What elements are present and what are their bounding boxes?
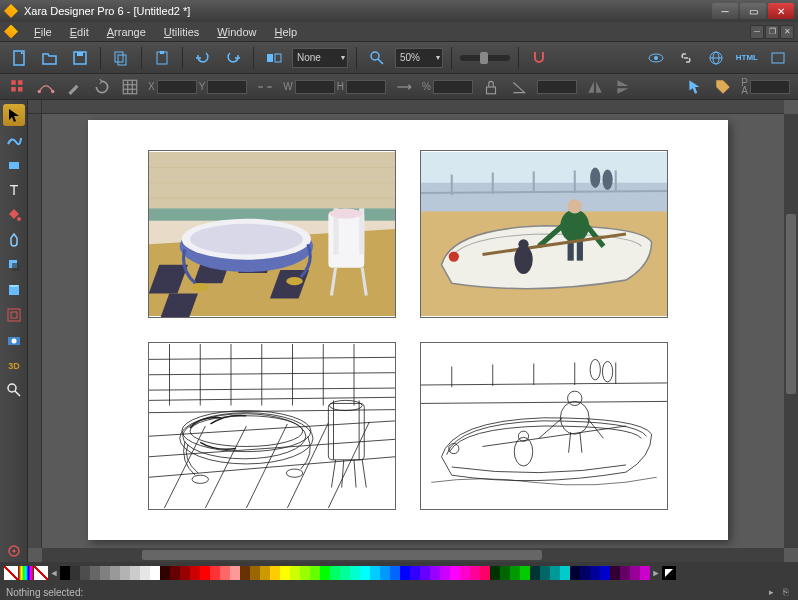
status-arrow-icon[interactable]: ▸ <box>764 586 778 598</box>
color-scroll-left[interactable]: ◄ <box>49 568 59 578</box>
save-button[interactable] <box>68 46 92 70</box>
color-swatch[interactable] <box>110 566 120 580</box>
zoom-dropdown[interactable]: 50% <box>395 48 443 68</box>
web-button[interactable] <box>704 46 728 70</box>
open-button[interactable] <box>38 46 62 70</box>
color-swatch[interactable] <box>350 566 360 580</box>
color-swatch[interactable] <box>590 566 600 580</box>
contour-tool[interactable] <box>3 304 25 326</box>
zoom-tool-button[interactable] <box>365 46 389 70</box>
more-tools[interactable] <box>3 540 25 562</box>
color-swatch[interactable] <box>410 566 420 580</box>
color-swatch[interactable] <box>240 566 250 580</box>
undo-button[interactable] <box>191 46 215 70</box>
color-swatch[interactable] <box>300 566 310 580</box>
zoom-tool[interactable] <box>3 379 25 401</box>
color-swatch[interactable] <box>630 566 640 580</box>
color-swatch[interactable] <box>560 566 570 580</box>
color-swatch[interactable] <box>70 566 80 580</box>
color-scroll-right[interactable]: ► <box>651 568 661 578</box>
color-swatch[interactable] <box>570 566 580 580</box>
color-swatch[interactable] <box>520 566 530 580</box>
mdi-restore-button[interactable]: ❐ <box>765 25 779 39</box>
color-swatch[interactable] <box>420 566 430 580</box>
color-swatch[interactable] <box>530 566 540 580</box>
current-colors-icon[interactable] <box>662 566 676 580</box>
color-swatch[interactable] <box>550 566 560 580</box>
color-swatch[interactable] <box>210 566 220 580</box>
color-swatch[interactable] <box>480 566 490 580</box>
artwork-boat-color[interactable] <box>420 150 668 318</box>
color-swatch[interactable] <box>460 566 470 580</box>
color-swatch[interactable] <box>400 566 410 580</box>
quality-slider[interactable] <box>460 55 510 61</box>
color-swatch[interactable] <box>290 566 300 580</box>
transparency-tool[interactable] <box>3 229 25 251</box>
minimize-button[interactable]: ─ <box>712 3 738 19</box>
color-swatch[interactable] <box>250 566 260 580</box>
rotate-icon[interactable] <box>92 77 112 97</box>
color-swatch[interactable] <box>310 566 320 580</box>
menu-help[interactable]: Help <box>266 24 305 40</box>
w-input[interactable] <box>295 80 335 94</box>
artwork-boat-sketch[interactable] <box>420 342 668 510</box>
color-swatch[interactable] <box>170 566 180 580</box>
h-input[interactable] <box>346 80 386 94</box>
color-swatch[interactable] <box>640 566 650 580</box>
select-mode-icon[interactable] <box>8 77 28 97</box>
scrollbar-horizontal[interactable] <box>42 548 784 562</box>
color-swatch[interactable] <box>500 566 510 580</box>
options-button[interactable] <box>766 46 790 70</box>
color-swatch[interactable] <box>450 566 460 580</box>
color-swatch[interactable] <box>470 566 480 580</box>
close-button[interactable]: ✕ <box>768 3 794 19</box>
color-swatch[interactable] <box>440 566 450 580</box>
color-swatch[interactable] <box>430 566 440 580</box>
preview-button[interactable] <box>644 46 668 70</box>
color-swatch[interactable] <box>60 566 70 580</box>
shape-tool[interactable] <box>3 154 25 176</box>
edit-points-icon[interactable] <box>36 77 56 97</box>
color-swatch[interactable] <box>90 566 100 580</box>
color-swatch[interactable] <box>180 566 190 580</box>
fill-tool[interactable] <box>3 204 25 226</box>
html-button[interactable]: HTML <box>734 46 760 70</box>
color-swatch[interactable] <box>490 566 500 580</box>
flip-v-icon[interactable] <box>613 77 633 97</box>
tag-icon[interactable] <box>713 77 733 97</box>
link-button[interactable] <box>674 46 698 70</box>
snap-button[interactable] <box>527 46 551 70</box>
color-swatch[interactable] <box>160 566 170 580</box>
color-swatch[interactable] <box>540 566 550 580</box>
menu-utilities[interactable]: Utilities <box>156 24 207 40</box>
extend-icon[interactable] <box>394 77 414 97</box>
redo-button[interactable] <box>221 46 245 70</box>
copy-button[interactable] <box>109 46 133 70</box>
page[interactable] <box>88 120 728 540</box>
grid-icon[interactable] <box>120 77 140 97</box>
color-swatch[interactable] <box>600 566 610 580</box>
mdi-close-button[interactable]: ✕ <box>780 25 794 39</box>
bevel-tool[interactable] <box>3 279 25 301</box>
color-swatch[interactable] <box>140 566 150 580</box>
color-swatch[interactable] <box>150 566 160 580</box>
paste-button[interactable] <box>150 46 174 70</box>
pa-input[interactable] <box>750 80 790 94</box>
spread-icon[interactable] <box>255 77 275 97</box>
selector-tool[interactable] <box>3 104 25 126</box>
artwork-bathtub-color[interactable] <box>148 150 396 318</box>
text-tool[interactable]: T <box>3 179 25 201</box>
color-swatch[interactable] <box>130 566 140 580</box>
color-swatch[interactable] <box>230 566 240 580</box>
new-button[interactable] <box>8 46 32 70</box>
color-swatch[interactable] <box>120 566 130 580</box>
lock-icon[interactable] <box>481 77 501 97</box>
no-color-swatch-2[interactable] <box>34 566 48 580</box>
maximize-button[interactable]: ▭ <box>740 3 766 19</box>
quality-button[interactable] <box>262 46 286 70</box>
color-swatch[interactable] <box>340 566 350 580</box>
menu-file[interactable]: File <box>26 24 60 40</box>
color-swatch[interactable] <box>190 566 200 580</box>
color-swatch[interactable] <box>260 566 270 580</box>
color-swatch[interactable] <box>200 566 210 580</box>
